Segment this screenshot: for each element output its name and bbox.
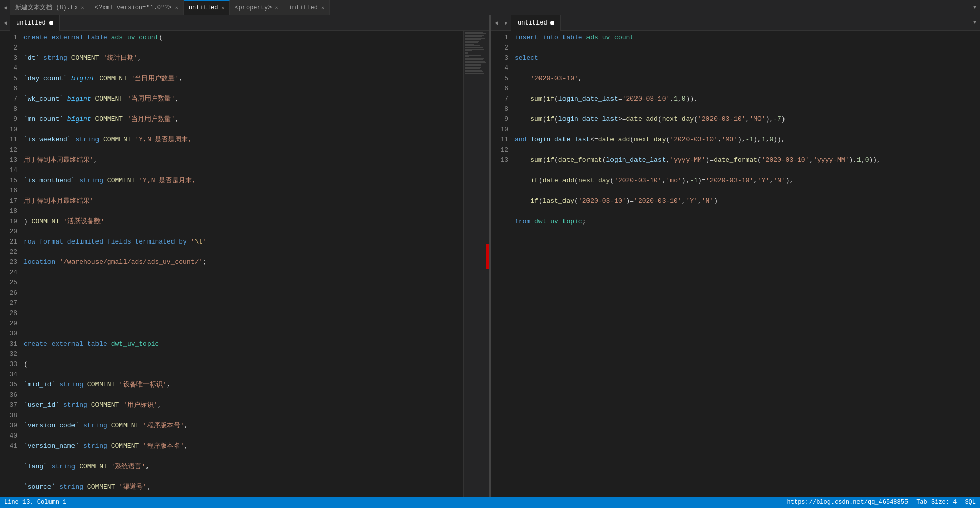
tab-4[interactable]: <property> ✕ <box>230 0 283 15</box>
right-editor-pane: ◀ ▶ untitled ▼ 12345 678910 111213 inser… <box>491 15 980 497</box>
right-pane-tab-bar: ◀ ▶ untitled ▼ <box>491 15 980 31</box>
tab-1[interactable]: 新建文本文档 (8).tx ✕ <box>10 0 89 15</box>
tab-1-label: 新建文本文档 (8).tx <box>15 3 78 12</box>
right-pane-dot <box>550 21 554 25</box>
tab-3-close[interactable]: ✕ <box>221 5 224 11</box>
right-pane-tab[interactable]: untitled <box>511 15 561 31</box>
tab-3-label: untitled <box>189 4 218 11</box>
right-code-area[interactable]: 12345 678910 111213 insert into table ad… <box>491 31 980 497</box>
left-minimap <box>463 31 489 497</box>
right-pane-nav-left[interactable]: ◀ <box>491 15 501 31</box>
left-editor-pane: ◀ untitled 12345 678910 1112131415 16171… <box>0 15 489 497</box>
left-pane-nav-left[interactable]: ◀ <box>0 15 10 31</box>
tab-5-label: infitled <box>288 4 318 11</box>
tab-list: 新建文本文档 (8).tx ✕ <?xml version="1.0"?> ✕ … <box>10 0 970 15</box>
left-pane-tab-bar: ◀ untitled <box>0 15 489 31</box>
status-url: https://blog.csdn.net/qq_46548855 <box>787 499 909 506</box>
tab-3[interactable]: untitled ✕ <box>184 0 230 15</box>
status-position: Line 13, Column 1 <box>4 499 66 506</box>
main-content: ◀ untitled 12345 678910 1112131415 16171… <box>0 15 980 497</box>
status-bar-right: https://blog.csdn.net/qq_46548855 Tab Si… <box>787 499 976 506</box>
minimap-indicator <box>486 244 489 269</box>
right-pane-tab-label: untitled <box>518 19 547 27</box>
tab-5[interactable]: infitled ✕ <box>283 0 330 15</box>
tab-2-close[interactable]: ✕ <box>175 5 178 11</box>
left-pane-tab[interactable]: untitled <box>10 15 60 31</box>
left-code-content[interactable]: create external table ads_uv_count( `dt`… <box>21 31 463 497</box>
right-line-numbers: 12345 678910 111213 <box>491 31 512 497</box>
tab-4-close[interactable]: ✕ <box>275 5 278 11</box>
left-pane-tab-label: untitled <box>16 19 46 27</box>
tab-bar: ◀ 新建文本文档 (8).tx ✕ <?xml version="1.0"?> … <box>0 0 980 15</box>
right-pane-right-controls: ▼ <box>970 15 980 31</box>
tab-4-label: <property> <box>235 4 272 11</box>
right-pane-nav-right[interactable]: ▶ <box>501 15 511 31</box>
right-pane-overflow[interactable]: ▼ <box>970 15 980 31</box>
status-tab-size: Tab Size: 4 <box>916 499 957 506</box>
left-code-area[interactable]: 12345 678910 1112131415 1617181920 21222… <box>0 31 489 497</box>
tab-2[interactable]: <?xml version="1.0"?> ✕ <box>89 0 183 15</box>
tab-5-close[interactable]: ✕ <box>321 5 324 11</box>
left-pane-tab-dot <box>49 21 53 25</box>
tab-nav-left[interactable]: ◀ <box>0 0 10 15</box>
status-bar: Line 13, Column 1 https://blog.csdn.net/… <box>0 497 980 508</box>
tab-2-label: <?xml version="1.0"?> <box>94 4 172 11</box>
right-code-content[interactable]: insert into table ads_uv_count select '2… <box>512 31 980 497</box>
tab-1-close[interactable]: ✕ <box>81 5 84 11</box>
tab-overflow[interactable]: ▼ <box>970 0 980 15</box>
left-line-numbers: 12345 678910 1112131415 1617181920 21222… <box>0 31 21 497</box>
status-encoding: SQL <box>965 499 976 506</box>
